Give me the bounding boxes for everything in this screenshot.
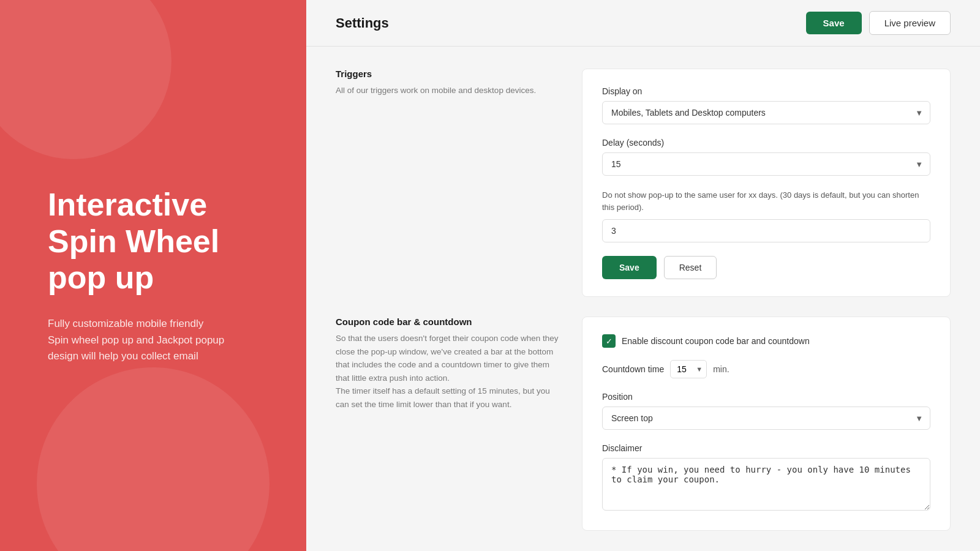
sidebar-title: Interactive Spin Wheel pop up [48,187,258,296]
coupon-form: ✓ Enable discount coupon code bar and co… [582,317,951,531]
coupon-title: Coupon code bar & countdown [336,317,562,327]
sidebar: Interactive Spin Wheel pop up Fully cust… [0,0,306,551]
page-title: Settings [336,15,389,31]
position-select[interactable]: Screen top Screen bottom [602,407,930,430]
position-select-wrapper: Screen top Screen bottom ▼ [602,407,930,430]
triggers-save-button[interactable]: Save [602,256,657,279]
display-on-select[interactable]: Mobiles, Tablets and Desktop computers D… [602,101,930,124]
main-content: Settings Save Live preview Triggers All … [306,0,980,551]
sidebar-subtitle: Fully customizable mobile friendly Spin … [48,316,258,364]
triggers-reset-button[interactable]: Reset [664,256,717,279]
delay-select-wrapper: 5 10 15 20 30 ▼ [602,152,930,176]
save-button-header[interactable]: Save [806,12,862,34]
disclaimer-group: Disclaimer [602,443,930,513]
countdown-row: Countdown time 5 10 15 20 30 ▼ min. [602,360,930,378]
enable-coupon-checkbox[interactable]: ✓ [602,334,616,348]
coupon-description: Coupon code bar & countdown So that the … [336,317,562,411]
triggers-desc-text: All of our triggers work on mobile and d… [336,84,562,97]
display-on-select-wrapper: Mobiles, Tablets and Desktop computers D… [602,101,930,124]
display-on-group: Display on Mobiles, Tablets and Desktop … [602,86,930,124]
coupon-section: Coupon code bar & countdown So that the … [336,317,951,531]
disclaimer-textarea[interactable] [602,458,930,511]
position-label: Position [602,392,930,402]
live-preview-button[interactable]: Live preview [869,11,951,35]
header-actions: Save Live preview [806,11,951,35]
days-input[interactable] [602,219,930,242]
delay-label: Delay (seconds) [602,138,930,148]
countdown-select[interactable]: 5 10 15 20 30 [670,360,707,378]
countdown-select-wrapper: 5 10 15 20 30 ▼ [670,360,707,378]
triggers-form: Display on Mobiles, Tablets and Desktop … [582,69,951,297]
header: Settings Save Live preview [306,0,980,47]
triggers-title: Triggers [336,69,562,79]
coupon-desc-text: So that the users doesn't forget their c… [336,332,562,411]
display-on-label: Display on [602,86,930,96]
triggers-section: Triggers All of our triggers work on mob… [336,69,951,297]
delay-select[interactable]: 5 10 15 20 30 [602,152,930,176]
position-group: Position Screen top Screen bottom ▼ [602,392,930,430]
content-area: Triggers All of our triggers work on mob… [306,47,980,551]
disclaimer-label: Disclaimer [602,443,930,453]
days-note: Do not show pop-up to the same user for … [602,189,930,213]
delay-group: Delay (seconds) 5 10 15 20 30 ▼ [602,138,930,176]
enable-coupon-row: ✓ Enable discount coupon code bar and co… [602,334,930,348]
triggers-btn-row: Save Reset [602,256,930,279]
min-label: min. [713,364,729,374]
enable-coupon-label: Enable discount coupon code bar and coun… [622,336,810,346]
triggers-description: Triggers All of our triggers work on mob… [336,69,562,97]
days-group: Do not show pop-up to the same user for … [602,189,930,242]
countdown-label: Countdown time [602,364,664,374]
